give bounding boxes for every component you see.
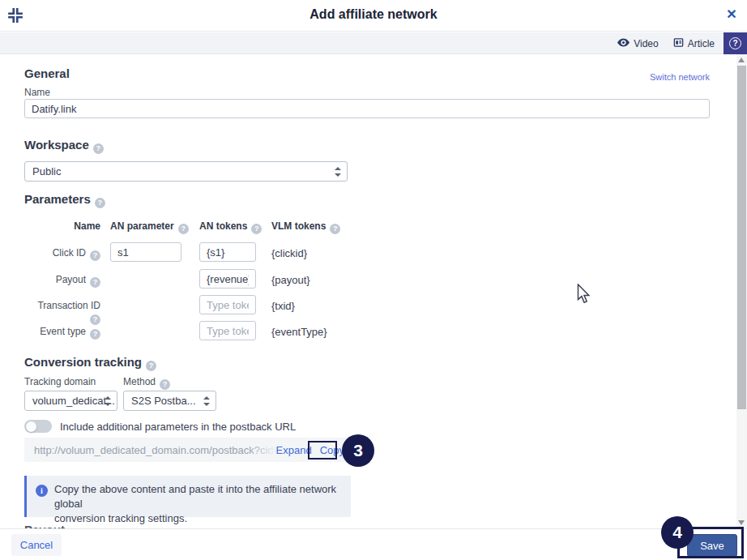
parameters-help-icon[interactable]: ? <box>95 198 105 208</box>
eye-icon <box>617 38 630 49</box>
payout-help-icon[interactable]: ? <box>90 277 100 288</box>
scroll-down-icon[interactable] <box>738 520 745 525</box>
row-label-click-id: Click ID? <box>24 247 100 261</box>
an-parameter-help-icon[interactable]: ? <box>178 224 189 234</box>
row-label-event-type: Event type? <box>24 326 100 340</box>
help-bar: Video Article ? <box>0 32 747 54</box>
modal-header: Add affiliate network ✕ <box>0 0 747 32</box>
payout-vlm-token: {payout} <box>271 274 310 286</box>
annotation-step-3-badge: 3 <box>342 434 374 467</box>
name-input[interactable] <box>24 99 710 118</box>
mouse-cursor <box>577 284 592 308</box>
question-icon: ? <box>729 37 741 49</box>
chevron-updown-icon <box>203 396 210 406</box>
switch-network-link[interactable]: Switch network <box>650 72 710 82</box>
event-type-help-icon[interactable]: ? <box>90 329 100 340</box>
method-select[interactable]: S2S Postba... <box>123 391 216 411</box>
click-id-help-icon[interactable]: ? <box>90 250 100 261</box>
conversion-tracking-help-icon[interactable]: ? <box>146 361 156 371</box>
scroll-up-icon[interactable] <box>738 58 745 62</box>
col-name: Name <box>24 220 100 232</box>
close-icon[interactable]: ✕ <box>724 6 740 23</box>
method-label: Method? <box>123 376 170 390</box>
add-affiliate-network-modal: Add affiliate network ✕ Video Article ? … <box>0 0 747 560</box>
article-icon <box>673 37 684 50</box>
article-label: Article <box>688 38 715 49</box>
copy-link[interactable]: Copy <box>320 444 344 456</box>
info-box: i Copy the above content and paste it in… <box>24 476 351 517</box>
row-label-transaction-id: Transaction ID? <box>24 300 100 325</box>
workspace-heading: Workspace? <box>24 138 104 154</box>
save-button[interactable]: Save <box>687 534 737 557</box>
click-id-an-tokens-input[interactable] <box>199 242 256 262</box>
transaction-id-vlm-token: {txid} <box>271 300 295 312</box>
info-icon: i <box>36 485 48 497</box>
scrollbar[interactable] <box>736 54 747 528</box>
video-link[interactable]: Video <box>617 38 658 49</box>
workspace-select[interactable]: Public <box>24 161 348 182</box>
cancel-button[interactable]: Cancel <box>11 534 62 556</box>
video-label: Video <box>634 38 658 49</box>
col-an-parameter: AN parameter? <box>110 220 189 234</box>
chevron-updown-icon <box>335 167 341 177</box>
info-text: Copy the above content and paste it into… <box>54 482 351 526</box>
vlm-tokens-help-icon[interactable]: ? <box>330 224 340 234</box>
an-tokens-help-icon[interactable]: ? <box>251 224 262 234</box>
expand-link[interactable]: Expand <box>276 444 312 456</box>
workspace-help-icon[interactable]: ? <box>93 143 104 154</box>
postback-url-text: http://voluum_dedicated_domain.com/postb… <box>34 444 276 456</box>
postback-url-bar: http://voluum_dedicated_domain.com/postb… <box>24 438 351 462</box>
chevron-updown-icon <box>105 396 111 406</box>
click-id-an-parameter-input[interactable] <box>110 242 181 262</box>
page-title: Add affiliate network <box>0 7 747 22</box>
col-an-tokens: AN tokens? <box>199 220 262 234</box>
parameters-heading: Parameters? <box>24 192 105 208</box>
payout-an-tokens-input[interactable] <box>199 269 256 289</box>
tracking-domain-label: Tracking domain <box>24 376 96 387</box>
modal-footer: Cancel Save <box>0 528 747 560</box>
scrollbar-thumb[interactable] <box>737 66 746 409</box>
method-help-icon[interactable]: ? <box>160 379 170 390</box>
transaction-id-an-tokens-input[interactable] <box>199 295 256 314</box>
click-id-vlm-token: {clickid} <box>271 247 307 259</box>
help-button[interactable]: ? <box>724 32 747 54</box>
annotation-step-4-badge: 4 <box>661 516 694 549</box>
event-type-vlm-token: {eventType} <box>271 326 327 338</box>
event-type-an-tokens-input[interactable] <box>199 321 256 340</box>
name-label: Name <box>24 87 50 98</box>
general-heading: General <box>24 66 70 80</box>
row-label-payout: Payout? <box>24 274 100 288</box>
conversion-tracking-heading: Conversion tracking? <box>24 355 156 371</box>
additional-parameters-toggle[interactable] <box>24 420 52 433</box>
transaction-id-help-icon[interactable]: ? <box>90 314 100 325</box>
toggle-label: Include additional parameters in the pos… <box>60 421 296 433</box>
col-vlm-tokens: VLM tokens? <box>271 220 340 234</box>
tracking-domain-select[interactable]: voluum_dedicat... <box>24 391 117 411</box>
article-link[interactable]: Article <box>673 37 715 50</box>
